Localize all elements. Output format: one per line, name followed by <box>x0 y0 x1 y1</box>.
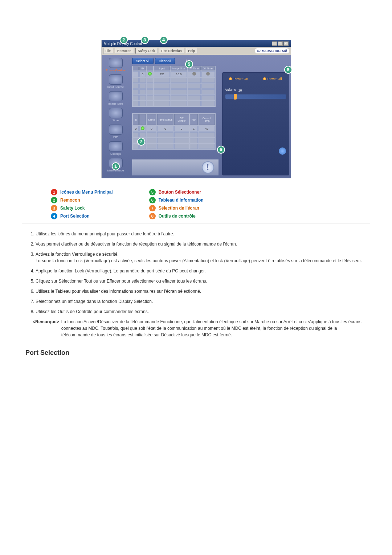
list-item: Cliquez sur Sélectionner Tout ou sur Eff… <box>36 278 363 284</box>
list-item: Activez la fonction Verrouillage de sécu… <box>36 251 363 264</box>
table-row <box>133 101 215 106</box>
legend-text: Icônes du Menu Principal <box>60 190 113 195</box>
cell-input: PC <box>154 71 170 77</box>
status-gray-icon <box>192 72 196 76</box>
legend-text: Remocon <box>60 198 80 203</box>
divider <box>22 223 370 223</box>
legend-num: 3 <box>51 205 57 211</box>
list-item: Sélectionnez un affichage dans la foncti… <box>36 298 363 305</box>
control-panel: Power On Power Off Volume 10 <box>222 72 289 175</box>
legend-num: 5 <box>149 189 156 195</box>
restore-button[interactable]: ❐ <box>278 41 283 46</box>
table-row <box>133 89 215 94</box>
menu-remocon[interactable]: Remocon <box>115 48 134 54</box>
table-row <box>133 78 215 83</box>
callout-8: 8 <box>284 66 292 74</box>
table-row <box>133 84 215 89</box>
power-off-button[interactable]: Power Off <box>263 77 282 81</box>
cell-temp-status: 0 <box>157 126 173 131</box>
sidebar-item-pip[interactable]: PIP <box>105 124 127 139</box>
remark-text: La fonction Activer/Désactiver de la tél… <box>61 319 363 338</box>
footer: ! <box>132 159 219 175</box>
col-check <box>133 66 139 70</box>
titlebar: Multiple Display Control _ ❐ ✕ <box>102 40 291 47</box>
status-green-icon <box>148 72 152 76</box>
legend-item: 1 Icônes du Menu Principal <box>51 189 113 195</box>
menu-safety-lock[interactable]: Safety Lock <box>135 48 158 54</box>
section-heading: Port Selection <box>25 349 370 357</box>
description-list: Utilisez les icônes du menu principal po… <box>29 231 363 338</box>
callout-5: 5 <box>185 60 193 68</box>
col-status <box>147 66 153 70</box>
sidebar-item-power-control[interactable]: Power Control <box>105 57 127 72</box>
menu-help[interactable]: Help <box>186 48 198 54</box>
settings-icon <box>109 141 123 151</box>
close-button[interactable]: ✕ <box>283 41 289 46</box>
legend-text: Safety Lock <box>60 206 85 211</box>
volume-label: Volume <box>225 88 236 92</box>
sidebar-item-label: PIP <box>113 135 118 139</box>
sidebar-item-input-source[interactable]: Input Source <box>105 74 127 89</box>
sidebar-item-settings[interactable]: Settings <box>105 141 127 156</box>
col-lamp: Lamp <box>147 114 156 125</box>
info-table[interactable]: ID Lamp Temp.Status B/R Senser Fan Curre… <box>132 113 216 150</box>
info-icon[interactable]: ! <box>202 161 214 174</box>
time-icon <box>109 108 123 118</box>
speaker-icon[interactable] <box>279 147 286 155</box>
menu-file[interactable]: File <box>103 48 114 54</box>
cell-image-size: 16:9 <box>171 71 187 77</box>
status-gray-icon <box>206 72 210 76</box>
legend-item: 3 Safety Lock <box>51 205 113 211</box>
pip-icon <box>109 125 123 135</box>
app-screenshot: 2 3 4 5 8 6 7 1 Multiple Display Control… <box>101 40 291 178</box>
status-green-icon <box>141 126 144 130</box>
volume-thumb[interactable] <box>234 94 237 100</box>
display-table[interactable]: ID Input Image Size On Timer Off Timer 0… <box>132 66 216 107</box>
callout-3: 3 <box>141 36 149 44</box>
col-br-senser: B/R Senser <box>174 114 189 125</box>
table-row <box>133 144 215 149</box>
legend-num: 7 <box>149 205 156 211</box>
menu-port-selection[interactable]: Port Selection <box>159 48 184 54</box>
legend-item: 6 Tableau d'information <box>149 197 204 203</box>
cell-fan: 1 <box>190 126 198 131</box>
legend-item: 2 Remocon <box>51 197 113 203</box>
legend-text: Outils de contrôle <box>159 214 196 219</box>
list-item: Applique la fonction Lock (Verrouillage)… <box>36 268 363 274</box>
table-row[interactable]: 0 0 0 0 1 49 <box>133 126 215 131</box>
callout-2: 2 <box>120 36 128 44</box>
select-all-button[interactable]: Select All <box>132 58 154 64</box>
power-on-button[interactable]: Power On <box>229 77 248 81</box>
menubar: File Remocon Safety Lock Port Selection … <box>102 47 291 55</box>
col-image-size: Image Size <box>171 66 187 70</box>
sidebar-item-image-size[interactable]: Image Size <box>105 90 127 106</box>
cell-br: 0 <box>174 126 189 131</box>
legend-item: 7 Sélection de l'écran <box>149 205 204 211</box>
table-row[interactable]: 0 PC 16:9 <box>133 71 215 77</box>
legend-text: Sélection de l'écran <box>159 206 199 211</box>
minimize-button[interactable]: _ <box>272 41 277 46</box>
legend-num: 1 <box>51 189 57 195</box>
legend: 1 Icônes du Menu Principal 2 Remocon 3 S… <box>51 189 341 219</box>
legend-num: 4 <box>51 213 57 219</box>
sidebar-item-time[interactable]: Time <box>105 107 127 122</box>
cell-id: 0 <box>133 126 139 131</box>
callout-6: 6 <box>217 146 225 154</box>
cell-lamp: 0 <box>147 126 156 131</box>
col-off-timer: Off Timer <box>201 66 215 70</box>
list-item: Utilisez les icônes du menu principal po… <box>36 231 363 237</box>
clear-all-button[interactable]: Clear All <box>155 58 175 64</box>
table-header-row: ID Input Image Size On Timer Off Timer <box>133 66 215 70</box>
power-icon <box>109 58 123 68</box>
table-row <box>133 95 215 100</box>
image-size-icon <box>109 91 123 101</box>
input-icon <box>109 74 123 85</box>
volume-slider[interactable] <box>225 94 286 99</box>
remark: <Remarque> La fonction Activer/Désactive… <box>33 319 363 338</box>
col-current-temp: Current Temp. <box>199 114 215 125</box>
sidebar-item-label: Time <box>113 119 119 122</box>
table-row <box>133 132 215 137</box>
list-item: Utilisez le Tableau pour visualiser des … <box>36 288 363 295</box>
window-buttons: _ ❐ ✕ <box>272 41 289 46</box>
legend-item: 4 Port Selection <box>51 213 113 219</box>
